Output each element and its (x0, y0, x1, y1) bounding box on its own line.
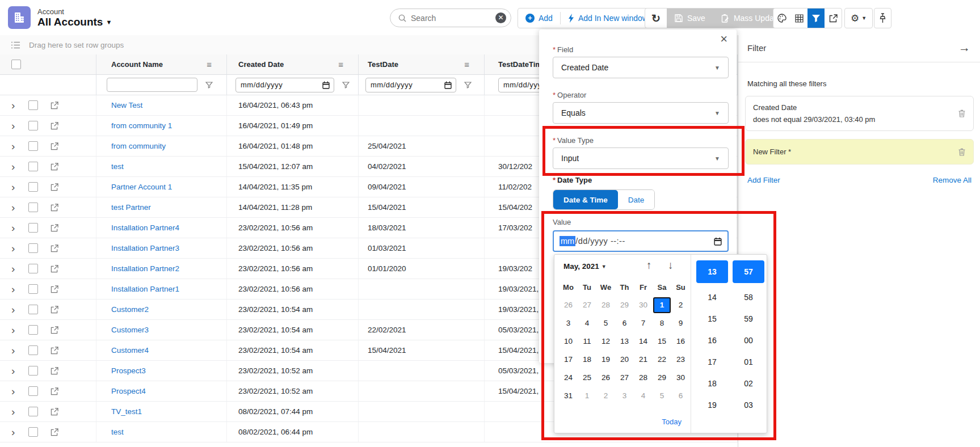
row-checkbox[interactable] (28, 243, 38, 253)
add-filter-link[interactable]: Add Filter (747, 176, 780, 184)
row-checkbox[interactable] (28, 223, 38, 233)
minute-option[interactable]: 59 (733, 308, 764, 330)
calendar-day[interactable]: 13 (615, 333, 634, 350)
row-checkbox[interactable] (28, 427, 38, 437)
minute-option[interactable]: 58 (733, 286, 764, 308)
external-link-icon[interactable] (51, 306, 58, 314)
calendar-day[interactable]: 31 (559, 387, 578, 404)
expand-chevron-icon[interactable]: › (11, 285, 18, 293)
calendar-day[interactable]: 21 (634, 351, 653, 368)
minute-option-selected[interactable]: 57 (733, 260, 764, 283)
calendar-day[interactable]: 23 (671, 351, 690, 368)
filter-toggle-button[interactable] (807, 9, 825, 28)
row-checkbox[interactable] (28, 100, 38, 110)
account-name-link[interactable]: test (111, 162, 124, 171)
calendar-day[interactable]: 5 (653, 387, 671, 404)
column-menu-icon[interactable]: ≡ (464, 60, 469, 69)
account-name-link[interactable]: Prospect3 (111, 366, 146, 375)
calendar-day[interactable]: 6 (671, 387, 690, 404)
calendar-day[interactable]: 24 (559, 369, 578, 386)
funnel-icon[interactable] (205, 82, 213, 88)
account-name-link[interactable]: Installation Partner1 (111, 285, 179, 293)
columns-button[interactable] (790, 9, 807, 28)
filter-card-created-date[interactable]: Created Date does not equal 29/03/2021, … (745, 96, 974, 131)
expand-chevron-icon[interactable]: › (11, 101, 18, 109)
expand-chevron-icon[interactable]: › (11, 428, 18, 436)
account-name-link[interactable]: Customer3 (111, 326, 149, 334)
value-datetime-input[interactable]: mm /dd/yyyy --:-- (553, 230, 729, 252)
hour-option-selected[interactable]: 13 (696, 260, 728, 283)
external-link-icon[interactable] (51, 102, 58, 109)
column-menu-icon[interactable]: ≡ (207, 60, 212, 69)
row-checkbox[interactable] (28, 203, 38, 212)
hour-option[interactable]: 18 (696, 373, 728, 394)
external-link-icon[interactable] (51, 326, 58, 334)
theme-button[interactable] (773, 9, 790, 28)
month-segment[interactable]: mm (560, 236, 575, 246)
expand-chevron-icon[interactable]: › (11, 162, 18, 171)
calendar-day[interactable]: 4 (578, 315, 596, 332)
calendar-day[interactable]: 25 (578, 369, 596, 386)
field-select[interactable]: Created Date ▼ (553, 57, 729, 78)
calendar-day[interactable]: 18 (578, 351, 596, 368)
column-header-testdatetime[interactable]: TestDateTim (498, 60, 542, 69)
calendar-day[interactable]: 28 (596, 297, 615, 314)
collapse-panel-arrow-icon[interactable]: → (958, 41, 970, 54)
created-date-filter-input[interactable]: mm/dd/yyyy (235, 78, 334, 92)
calendar-day[interactable]: 30 (671, 369, 690, 386)
row-checkbox[interactable] (28, 305, 38, 314)
external-link-icon[interactable] (51, 387, 58, 395)
filter-card-new-filter[interactable]: New Filter * (745, 139, 974, 165)
row-checkbox[interactable] (28, 325, 38, 335)
hour-option[interactable]: 16 (696, 330, 728, 351)
account-name-link[interactable]: Customer4 (111, 346, 149, 355)
account-name-filter-input[interactable] (107, 78, 197, 92)
previous-month-arrow-icon[interactable]: ↑ (646, 259, 652, 272)
calendar-day[interactable]: 8 (653, 315, 671, 332)
external-link-icon[interactable] (51, 163, 58, 171)
minute-option[interactable]: 03 (733, 394, 764, 416)
calendar-day[interactable]: 10 (559, 333, 578, 350)
calendar-day-selected[interactable]: 1 (653, 297, 671, 313)
hour-option[interactable]: 17 (696, 351, 728, 373)
account-name-link[interactable]: Partner Account 1 (111, 183, 172, 191)
account-name-link[interactable]: Prospect4 (111, 387, 146, 395)
row-checkbox[interactable] (28, 386, 38, 396)
calendar-day[interactable]: 11 (578, 333, 596, 350)
calendar-day[interactable]: 15 (653, 333, 671, 350)
expand-chevron-icon[interactable]: › (11, 142, 18, 150)
row-checkbox[interactable] (28, 182, 38, 192)
row-checkbox[interactable] (28, 284, 38, 294)
account-name-link[interactable]: TV_test1 (111, 407, 142, 416)
calendar-day[interactable]: 7 (634, 315, 653, 332)
account-name-link[interactable]: Installation Partner2 (111, 264, 179, 273)
calendar-icon[interactable] (714, 237, 722, 246)
column-header-testdate[interactable]: TestDate (368, 60, 398, 69)
expand-chevron-icon[interactable]: › (11, 326, 18, 334)
account-name-link[interactable]: from community 1 (111, 121, 172, 130)
calendar-day[interactable]: 27 (578, 297, 596, 314)
value-type-select[interactable]: Input ▼ (553, 147, 729, 169)
list-view-selector[interactable]: All Accounts▼ (37, 16, 112, 28)
calendar-day[interactable]: 9 (671, 315, 690, 332)
account-name-link[interactable]: Installation Partner3 (111, 244, 179, 252)
trash-icon[interactable] (958, 147, 966, 156)
row-checkbox[interactable] (28, 345, 38, 355)
calendar-day[interactable]: 28 (634, 369, 653, 386)
external-link-icon[interactable] (51, 408, 58, 416)
calendar-day[interactable]: 12 (596, 333, 615, 350)
next-month-arrow-icon[interactable]: ↓ (668, 259, 674, 272)
external-link-icon[interactable] (51, 142, 58, 150)
calendar-day[interactable]: 2 (671, 297, 690, 314)
today-link[interactable]: Today (662, 418, 682, 426)
calendar-day[interactable]: 3 (559, 315, 578, 332)
expand-chevron-icon[interactable]: › (11, 366, 18, 375)
settings-button[interactable]: ⚙ ▼ (845, 12, 872, 24)
calendar-day[interactable]: 14 (634, 333, 653, 350)
add-in-new-window-button[interactable]: Add In New window (561, 9, 655, 28)
date-time-option[interactable]: Date & Time (553, 190, 618, 209)
expand-chevron-icon[interactable]: › (11, 346, 18, 355)
calendar-day[interactable]: 4 (634, 387, 653, 404)
row-checkbox[interactable] (28, 264, 38, 273)
calendar-day[interactable]: 6 (615, 315, 634, 332)
